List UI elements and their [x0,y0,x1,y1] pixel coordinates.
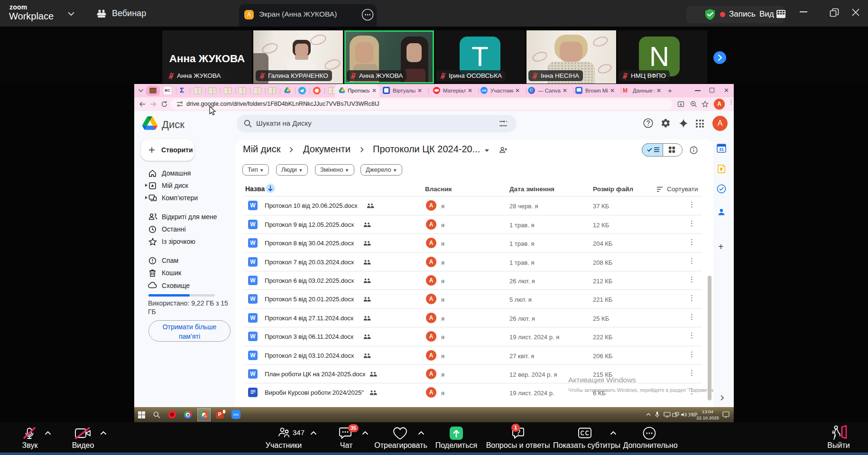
svg-text:31: 31 [719,147,724,152]
